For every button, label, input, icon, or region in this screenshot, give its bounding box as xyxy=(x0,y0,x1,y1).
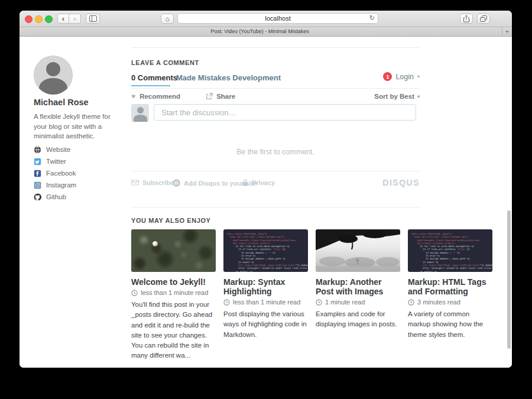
clock-icon xyxy=(223,299,230,306)
chevron-down-icon: ▾ xyxy=(417,74,420,79)
post-meta: 3 minutes read xyxy=(408,299,492,306)
post-excerpt: You'll find this post in your _posts dir… xyxy=(131,300,216,361)
sidebar-item-twitter[interactable]: Twitter xyxy=(34,155,122,167)
share-arrow-icon xyxy=(206,93,213,100)
chevron-down-icon: ▾ xyxy=(417,94,420,99)
sort-by-dropdown[interactable]: Sort by Best ▾ xyxy=(374,93,420,100)
share-icon xyxy=(463,15,469,22)
related-post-card[interactable]: <div class="masthead__menu"> <nav id="si… xyxy=(223,229,308,361)
heart-icon: ♥ xyxy=(131,92,135,100)
post-excerpt: A variety of common markup showing how t… xyxy=(408,309,492,340)
login-label: Login xyxy=(395,73,414,81)
tab-community-link[interactable]: Made Mistakes Development xyxy=(176,73,281,82)
clock-icon xyxy=(131,290,138,296)
disqus-d-icon: D xyxy=(173,179,180,187)
post-title[interactable]: Markup: Another Post with Images xyxy=(316,277,400,296)
home-icon: ⌂ xyxy=(165,15,169,23)
commenter-avatar xyxy=(131,104,149,122)
related-post-card[interactable]: Markup: Another Post with Images 1 minut… xyxy=(316,229,400,361)
link-label: Website xyxy=(46,146,70,153)
lock-icon xyxy=(242,179,248,186)
link-label: Instagram xyxy=(46,181,76,189)
browser-toolbar: ‹ › ⌂ localhost ↻ xyxy=(20,11,512,27)
divider xyxy=(131,47,420,48)
sidebar-item-facebook[interactable]: Facebook xyxy=(34,167,122,179)
share-thread-button[interactable]: Share xyxy=(206,93,235,100)
related-post-card[interactable]: Welcome to Jekyll! less than 1 minute re… xyxy=(131,229,216,361)
sidebar-item-website[interactable]: Website xyxy=(34,144,122,155)
login-control[interactable]: 1 Login ▾ xyxy=(383,72,420,81)
link-label: Facebook xyxy=(46,170,76,177)
link-label: Github xyxy=(46,193,66,200)
author-bio: A flexible Jekyll theme for your blog or… xyxy=(34,112,118,141)
instagram-icon xyxy=(34,181,41,189)
author-links: Website Twitter Facebook Instagram Githu… xyxy=(34,144,122,203)
author-name: Michael Rose xyxy=(34,98,89,107)
address-bar[interactable]: localhost ↻ xyxy=(177,13,378,24)
zoom-window-button[interactable] xyxy=(45,15,53,23)
related-posts: Welcome to Jekyll! less than 1 minute re… xyxy=(131,229,494,361)
disqus-logo[interactable]: DISQUS xyxy=(382,178,420,187)
forward-icon: › xyxy=(73,15,76,22)
post-title[interactable]: Markup: Syntax Highlighting xyxy=(223,277,308,296)
post-excerpt: Post displaying the various ways of high… xyxy=(223,309,308,340)
empty-state-message: Be the first to comment. xyxy=(131,148,420,156)
post-meta: less than 1 minute read xyxy=(223,299,308,306)
tab-overview-button[interactable] xyxy=(477,14,490,24)
active-tab-underline xyxy=(131,85,170,86)
close-window-button[interactable] xyxy=(25,15,33,23)
comment-input[interactable] xyxy=(154,104,416,121)
post-thumbnail-code: <div class="masthead__menu"> <nav id="si… xyxy=(408,229,492,272)
divider xyxy=(131,171,420,171)
post-thumbnail-green-foam xyxy=(131,229,216,272)
github-icon xyxy=(34,193,41,201)
post-title[interactable]: Welcome to Jekyll! xyxy=(131,277,216,287)
post-thumbnail-foggy-trees xyxy=(316,229,400,272)
divider xyxy=(131,88,420,89)
related-heading: YOU MAY ALSO ENJOY xyxy=(131,217,210,224)
history-nav-group: ‹ › xyxy=(57,14,81,24)
sidebar-item-instagram[interactable]: Instagram xyxy=(34,179,122,191)
new-tab-button[interactable]: + xyxy=(502,27,512,35)
url-text: localhost xyxy=(178,15,378,22)
post-title[interactable]: Markup: HTML Tags and Formatting xyxy=(408,277,492,296)
post-meta: 1 minute read xyxy=(316,299,400,306)
back-icon: ‹ xyxy=(62,15,64,22)
tabs-icon xyxy=(480,15,487,22)
sidebar-toggle-button[interactable] xyxy=(86,14,100,24)
twitter-icon xyxy=(34,158,41,166)
share-button[interactable] xyxy=(460,14,473,24)
post-excerpt: Examples and code for displaying images … xyxy=(316,309,400,330)
forward-button[interactable]: › xyxy=(69,14,81,24)
divider xyxy=(131,207,420,207)
home-button[interactable]: ⌂ xyxy=(161,14,174,24)
sidebar-item-github[interactable]: Github xyxy=(34,191,122,203)
page-content: Michael Rose A flexible Jekyll theme for… xyxy=(20,37,512,368)
back-button[interactable]: ‹ xyxy=(57,14,69,24)
envelope-icon xyxy=(131,180,139,186)
post-thumbnail-code: <div class="masthead__menu"> <nav id="si… xyxy=(223,229,308,272)
avatar-silhouette xyxy=(46,62,60,76)
desktop-background: ‹ › ⌂ localhost ↻ Post: Video (YouTube) … xyxy=(0,0,532,399)
subscribe-button[interactable]: Subscribe xyxy=(131,179,174,186)
tab-bar: Post: Video (YouTube) - Minimal Mistakes… xyxy=(20,27,512,37)
reload-icon[interactable]: ↻ xyxy=(369,14,375,22)
link-label: Twitter xyxy=(46,158,66,165)
minimize-window-button[interactable] xyxy=(35,15,43,23)
tab-comment-count[interactable]: 0 Comments xyxy=(131,73,177,82)
clock-icon xyxy=(408,299,414,306)
safari-window: ‹ › ⌂ localhost ↻ Post: Video (YouTube) … xyxy=(20,11,512,368)
vertical-scrollbar[interactable] xyxy=(507,210,511,349)
author-avatar xyxy=(34,56,73,95)
disqus-footer: Subscribe D Add Disqus to your site Priv… xyxy=(131,179,420,189)
notification-badge: 1 xyxy=(383,72,392,81)
sidebar-icon xyxy=(89,15,97,22)
discussion-actions: ♥ Recommend Share Sort by Best ▾ xyxy=(131,92,420,100)
tree-silhouette xyxy=(316,229,400,272)
privacy-button[interactable]: Privacy xyxy=(242,179,275,186)
globe-icon xyxy=(34,146,41,154)
comments-heading: LEAVE A COMMENT xyxy=(131,59,199,66)
recommend-button[interactable]: Recommend xyxy=(140,93,180,100)
active-tab[interactable]: Post: Video (YouTube) - Minimal Mistakes xyxy=(20,28,500,34)
related-post-card[interactable]: <div class="masthead__menu"> <nav id="si… xyxy=(408,229,492,361)
